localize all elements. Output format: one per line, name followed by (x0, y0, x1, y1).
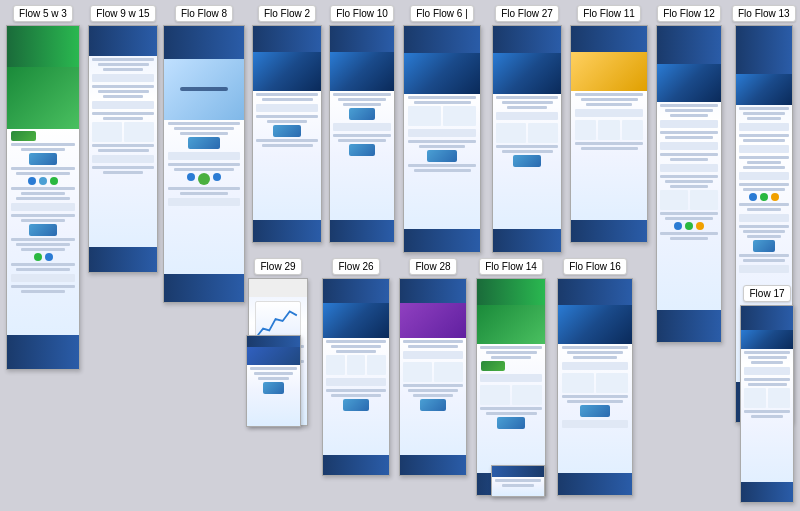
flow-10-label: Flo Flow 10 (330, 5, 394, 22)
flow-26-thumb[interactable] (322, 278, 390, 476)
flow-5[interactable]: Flow 5 w 3 (6, 5, 80, 370)
flow-28-label: Flow 28 (409, 258, 456, 275)
flow-14[interactable]: Flo Flow 14 (476, 258, 546, 496)
flow-11-label: Flo Flow 11 (577, 5, 641, 22)
flow-small-thumb[interactable] (491, 465, 545, 497)
flow-11-thumb[interactable] (570, 25, 648, 243)
flow-2-label: Flo Flow 2 (258, 5, 316, 22)
flow-29-label: Flow 29 (254, 258, 301, 275)
flow-9-thumb[interactable] (88, 25, 158, 273)
flow-8b-thumb[interactable] (246, 335, 301, 427)
flow-5-thumb[interactable] (6, 25, 80, 370)
flow-10[interactable]: Flo Flow 10 (329, 5, 395, 243)
flow-16-thumb[interactable] (557, 278, 633, 496)
flow-5-label: Flow 5 w 3 (13, 5, 73, 22)
flow-27[interactable]: Flo Flow 27 (492, 5, 562, 253)
flow-13-label: Flo Flow 13 (732, 5, 796, 22)
flow-12-thumb[interactable] (656, 25, 722, 343)
flow-17-label: Flow 17 (743, 285, 790, 302)
canvas[interactable]: Flow 5 w 3 (0, 0, 800, 511)
flow-11[interactable]: Flo Flow 11 (570, 5, 648, 243)
flow-14-label: Flo Flow 14 (479, 258, 543, 275)
flow-14-thumb[interactable] (476, 278, 546, 496)
flow-27-thumb[interactable] (492, 25, 562, 253)
flow-16[interactable]: Flo Flow 16 (557, 258, 633, 496)
flow-2-thumb[interactable] (252, 25, 322, 243)
flow-12-label: Flo Flow 12 (657, 5, 721, 22)
flow-28-thumb[interactable] (399, 278, 467, 476)
flow-27-label: Flo Flow 27 (495, 5, 559, 22)
flow-8-thumb[interactable] (163, 25, 245, 303)
flow-17[interactable]: Flow 17 (740, 285, 794, 503)
flow-17-thumb[interactable] (740, 305, 794, 503)
flow-8-label: Flo Flow 8 (175, 5, 233, 22)
flow-2[interactable]: Flo Flow 2 (252, 5, 322, 243)
flow-6-thumb[interactable] (403, 25, 481, 253)
flow-12[interactable]: Flo Flow 12 (656, 5, 722, 343)
flow-16-label: Flo Flow 16 (563, 258, 627, 275)
flow-26[interactable]: Flow 26 (322, 258, 390, 476)
flow-9[interactable]: Flow 9 w 15 (88, 5, 158, 273)
flow-small[interactable] (491, 465, 545, 497)
flow-8b[interactable] (246, 335, 301, 427)
flow-6[interactable]: Flo Flow 6 | (403, 5, 481, 253)
flow-26-label: Flow 26 (332, 258, 379, 275)
flow-8[interactable]: Flo Flow 8 (163, 5, 245, 303)
flow-10-thumb[interactable] (329, 25, 395, 243)
flow-6-label: Flo Flow 6 | (410, 5, 474, 22)
flow-28[interactable]: Flow 28 (399, 258, 467, 476)
flow-9-label: Flow 9 w 15 (90, 5, 155, 22)
